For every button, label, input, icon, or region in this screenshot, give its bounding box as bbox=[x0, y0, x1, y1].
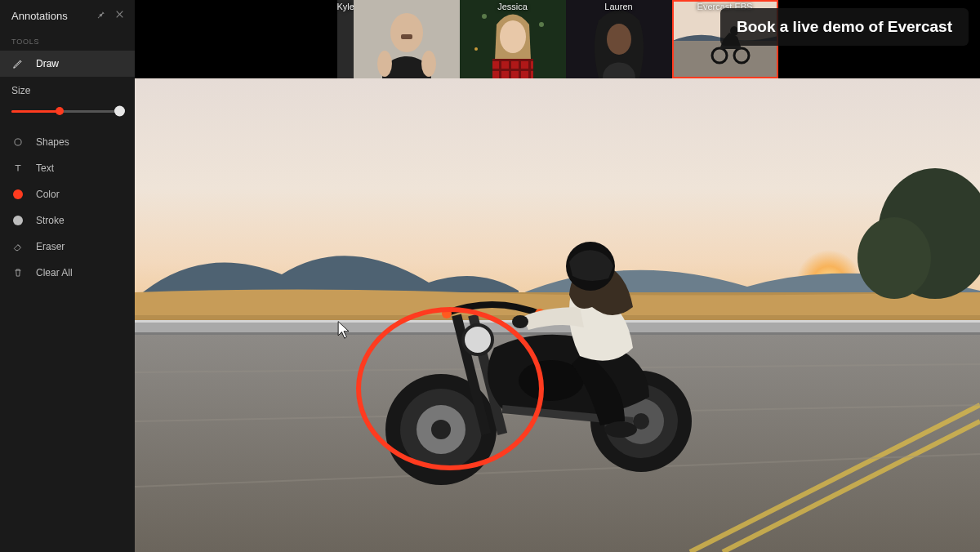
tool-stroke-label: Stroke bbox=[36, 215, 65, 226]
tool-clear-all[interactable]: Clear All bbox=[0, 260, 135, 286]
main-area: Book a live demo of Evercast Kyle bbox=[135, 0, 980, 552]
thumbnail-label: Lauren bbox=[566, 2, 672, 11]
size-slider[interactable] bbox=[11, 105, 123, 118]
thumbnail-label: Kyle bbox=[337, 2, 354, 11]
slider-max-dot bbox=[114, 106, 125, 117]
svg-point-11 bbox=[500, 20, 526, 53]
svg-point-9 bbox=[539, 22, 544, 27]
cta-banner[interactable]: Book a live demo of Evercast bbox=[720, 8, 969, 46]
tool-shapes[interactable]: Shapes bbox=[0, 129, 135, 155]
sidebar-header: Annotations bbox=[0, 0, 135, 29]
thumbnail-lauren[interactable]: Lauren bbox=[566, 0, 672, 78]
text-icon bbox=[11, 162, 24, 175]
sidebar-title: Annotations bbox=[11, 10, 68, 22]
svg-point-27 bbox=[858, 217, 931, 299]
svg-point-6 bbox=[421, 51, 436, 77]
main-viewer[interactable] bbox=[135, 78, 980, 552]
pencil-icon bbox=[11, 57, 24, 70]
thumbnail-jessica[interactable]: Jessica bbox=[460, 0, 566, 78]
svg-point-17 bbox=[607, 24, 631, 55]
svg-rect-4 bbox=[401, 34, 412, 39]
thumbnail-participant-2[interactable] bbox=[354, 0, 460, 78]
eraser-icon bbox=[11, 240, 24, 253]
svg-point-8 bbox=[482, 14, 487, 19]
tools-section-label: TOOLS bbox=[0, 29, 135, 51]
svg-point-5 bbox=[377, 51, 392, 77]
svg-point-3 bbox=[390, 13, 423, 52]
size-label: Size bbox=[11, 85, 123, 96]
tool-color[interactable]: Color bbox=[0, 181, 135, 207]
pin-icon[interactable] bbox=[96, 8, 106, 23]
svg-point-10 bbox=[474, 47, 478, 51]
tool-draw[interactable]: Draw bbox=[0, 51, 135, 77]
stroke-swatch-icon bbox=[11, 214, 24, 227]
tool-text[interactable]: Text bbox=[0, 155, 135, 181]
annotation-circle[interactable] bbox=[356, 307, 544, 470]
thumbnail-kyle[interactable]: Kyle bbox=[337, 0, 354, 78]
tool-stroke[interactable]: Stroke bbox=[0, 207, 135, 234]
tool-text-label: Text bbox=[36, 162, 54, 174]
size-block: Size bbox=[0, 77, 135, 129]
tool-draw-label: Draw bbox=[36, 58, 59, 69]
color-swatch-icon bbox=[11, 188, 24, 201]
thumbnail-label: Jessica bbox=[460, 2, 566, 11]
cursor-pointer-icon bbox=[336, 320, 351, 340]
tool-clear-label: Clear All bbox=[36, 267, 73, 278]
tool-color-label: Color bbox=[36, 189, 60, 200]
svg-rect-1 bbox=[337, 0, 354, 78]
svg-point-0 bbox=[15, 139, 21, 145]
tool-eraser-label: Eraser bbox=[36, 241, 65, 252]
circle-icon bbox=[11, 136, 24, 149]
svg-point-60 bbox=[512, 315, 528, 328]
scene-image bbox=[135, 78, 980, 552]
tool-eraser[interactable]: Eraser bbox=[0, 234, 135, 260]
tool-shapes-label: Shapes bbox=[36, 136, 69, 148]
svg-rect-30 bbox=[135, 332, 980, 335]
svg-point-59 bbox=[604, 421, 637, 438]
close-icon[interactable] bbox=[114, 8, 125, 23]
trash-icon bbox=[11, 266, 24, 279]
slider-thumb[interactable] bbox=[56, 107, 64, 115]
annotations-sidebar: Annotations TOOLS Draw Size bbox=[0, 0, 135, 552]
